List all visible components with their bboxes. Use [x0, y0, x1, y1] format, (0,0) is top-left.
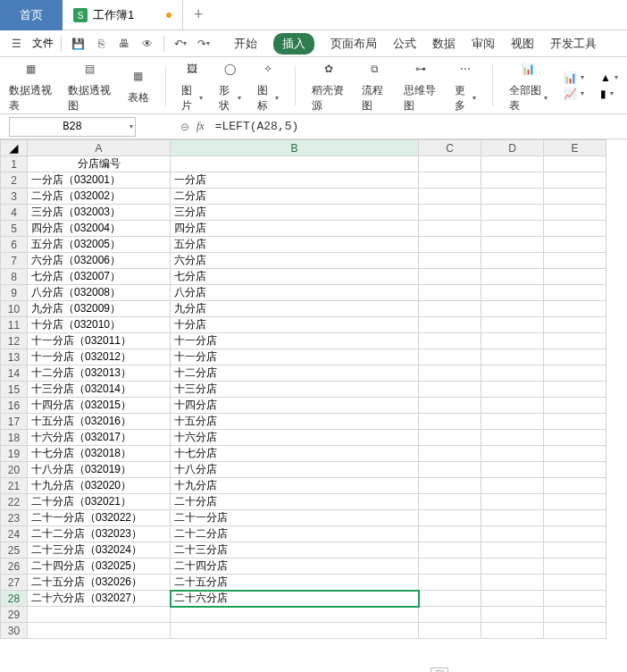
cell-B25[interactable]: 二十三分店	[171, 542, 419, 559]
cell-A24[interactable]: 二十二分店（032023）	[28, 526, 171, 542]
cell-C23[interactable]	[419, 510, 481, 526]
cell-B10[interactable]: 九分店	[171, 301, 419, 317]
cell-A9[interactable]: 八分店（032008）	[28, 285, 171, 301]
row-header-22[interactable]: 22	[1, 494, 28, 510]
row-header-9[interactable]: 9	[1, 285, 28, 301]
cell-A8[interactable]: 七分店（032007）	[28, 269, 171, 285]
row-header-27[interactable]: 27	[1, 575, 28, 591]
cell-A4[interactable]: 三分店（032003）	[28, 205, 171, 221]
tab-view[interactable]: 视图	[511, 36, 534, 52]
cell-E16[interactable]	[544, 398, 606, 414]
row-header-4[interactable]: 4	[1, 205, 28, 221]
cell-D19[interactable]	[481, 446, 544, 462]
cell-A13[interactable]: 十一分店（032012）	[28, 349, 171, 365]
cell-C1[interactable]	[419, 156, 481, 172]
cell-B22[interactable]: 二十分店	[171, 494, 419, 510]
cell-E15[interactable]	[544, 382, 606, 398]
cell-C14[interactable]	[419, 365, 481, 382]
file-menu[interactable]: 文件	[32, 36, 54, 51]
cell-E21[interactable]	[544, 478, 606, 494]
cell-D15[interactable]	[481, 382, 544, 398]
cell-B12[interactable]: 十一分店	[171, 333, 419, 349]
cell-A26[interactable]: 二十四分店（032025）	[28, 559, 171, 575]
hamburger-icon[interactable]: ☰	[7, 35, 25, 53]
cell-E1[interactable]	[544, 156, 606, 172]
cell-D11[interactable]	[481, 317, 544, 333]
cell-A20[interactable]: 十八分店（032019）	[28, 462, 171, 478]
cell-E13[interactable]	[544, 349, 606, 365]
cell-D23[interactable]	[481, 510, 544, 526]
select-all-corner[interactable]: ◢	[1, 140, 28, 156]
cell-E30[interactable]	[544, 623, 606, 639]
cell-D10[interactable]	[481, 301, 544, 317]
cell-C20[interactable]	[419, 462, 481, 478]
cell-D30[interactable]	[481, 623, 544, 639]
cell-B14[interactable]: 十二分店	[171, 365, 419, 382]
cell-D9[interactable]	[481, 285, 544, 301]
col-header-B[interactable]: B	[171, 140, 419, 156]
flowchart-button[interactable]: ⧉ 流程图	[362, 58, 388, 113]
tab-insert[interactable]: 插入	[273, 33, 314, 55]
cell-C3[interactable]	[419, 189, 481, 205]
cell-B19[interactable]: 十七分店	[171, 446, 419, 462]
cell-D14[interactable]	[481, 365, 544, 382]
cell-B17[interactable]: 十五分店	[171, 414, 419, 430]
cell-B7[interactable]: 六分店	[171, 253, 419, 269]
cell-A19[interactable]: 十七分店（032018）	[28, 446, 171, 462]
cell-B20[interactable]: 十八分店	[171, 462, 419, 478]
cell-D2[interactable]	[481, 172, 544, 189]
col-header-D[interactable]: D	[481, 140, 544, 156]
save-as-icon[interactable]: ⎘	[92, 35, 110, 53]
cell-E26[interactable]	[544, 559, 606, 575]
cell-E11[interactable]	[544, 317, 606, 333]
cell-B6[interactable]: 五分店	[171, 237, 419, 253]
cell-D28[interactable]	[481, 591, 544, 607]
cell-E2[interactable]	[544, 172, 606, 189]
row-header-1[interactable]: 1	[1, 156, 28, 172]
row-header-25[interactable]: 25	[1, 542, 28, 559]
cell-E8[interactable]	[544, 269, 606, 285]
fx-icon[interactable]: fx	[196, 120, 205, 133]
cell-E27[interactable]	[544, 575, 606, 591]
cell-E20[interactable]	[544, 462, 606, 478]
col-header-E[interactable]: E	[544, 140, 606, 156]
cell-E10[interactable]	[544, 301, 606, 317]
cell-C16[interactable]	[419, 398, 481, 414]
cell-D29[interactable]	[481, 607, 544, 623]
row-header-17[interactable]: 17	[1, 414, 28, 430]
name-box-dropdown-icon[interactable]: ▾	[130, 122, 133, 130]
cell-E6[interactable]	[544, 237, 606, 253]
row-header-6[interactable]: 6	[1, 237, 28, 253]
print-preview-icon[interactable]: 👁	[138, 35, 156, 53]
tab-developer[interactable]: 开发工具	[550, 36, 597, 52]
cell-E19[interactable]	[544, 446, 606, 462]
cell-C17[interactable]	[419, 414, 481, 430]
cell-E5[interactable]	[544, 221, 606, 237]
cell-E22[interactable]	[544, 494, 606, 510]
cell-A17[interactable]: 十五分店（032016）	[28, 414, 171, 430]
cell-B9[interactable]: 八分店	[171, 285, 419, 301]
cell-D13[interactable]	[481, 349, 544, 365]
cell-D1[interactable]	[481, 156, 544, 172]
cell-E17[interactable]	[544, 414, 606, 430]
cell-E29[interactable]	[544, 607, 606, 623]
column-chart-shortcut[interactable]: ▮▾	[600, 88, 618, 100]
picture-button[interactable]: 🖼 图片▾	[181, 58, 203, 113]
cell-B16[interactable]: 十四分店	[171, 398, 419, 414]
cell-B3[interactable]: 二分店	[171, 189, 419, 205]
cell-B24[interactable]: 二十二分店	[171, 526, 419, 542]
cell-C25[interactable]	[419, 542, 481, 559]
cell-A15[interactable]: 十三分店（032014）	[28, 382, 171, 398]
tab-formulas[interactable]: 公式	[393, 36, 416, 52]
cell-C10[interactable]	[419, 301, 481, 317]
cell-B18[interactable]: 十六分店	[171, 430, 419, 446]
pivot-table-button[interactable]: ▦ 数据透视表	[9, 58, 52, 113]
assets-button[interactable]: ✿ 稻壳资源	[312, 58, 347, 113]
cell-A5[interactable]: 四分店（032004）	[28, 221, 171, 237]
cell-A10[interactable]: 九分店（032009）	[28, 301, 171, 317]
row-header-14[interactable]: 14	[1, 365, 28, 382]
row-header-10[interactable]: 10	[1, 301, 28, 317]
row-header-20[interactable]: 20	[1, 462, 28, 478]
home-tab[interactable]: 首页	[0, 0, 63, 30]
cell-B29[interactable]	[171, 607, 419, 623]
